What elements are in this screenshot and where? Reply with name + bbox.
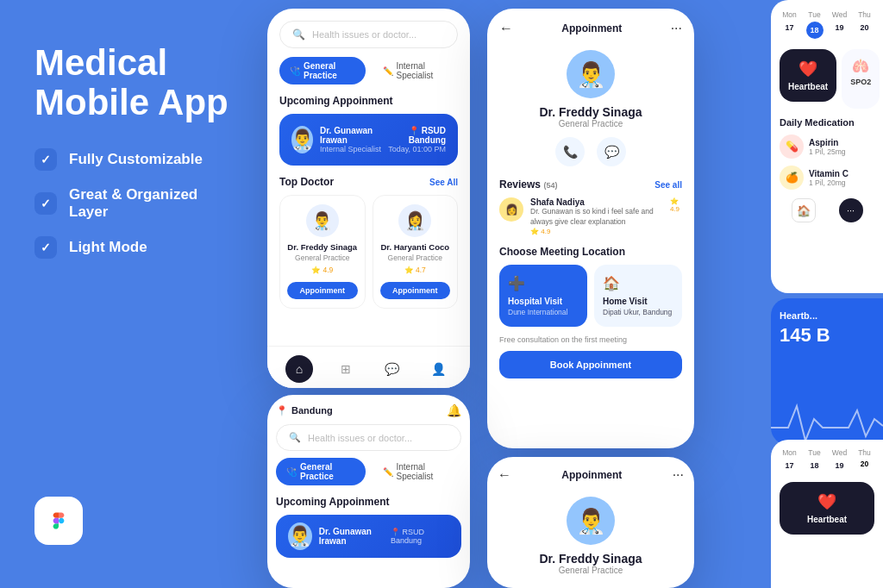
aspirin-icon: 💊 <box>780 134 804 159</box>
profile-avatar: 👨‍⚕️ <box>567 50 615 98</box>
phone2-header: ← Appoinment ··· <box>499 21 682 36</box>
free-consult-text: Free consultation on the first meeting <box>499 335 682 344</box>
see-all-reviews[interactable]: See all <box>654 180 682 190</box>
grid-nav-icon[interactable]: ⊞ <box>332 355 360 383</box>
phone-action-btn[interactable]: 📞 <box>555 137 585 166</box>
appointment-btn-2[interactable]: Appoinment <box>380 282 451 299</box>
med-dose-aspirin: 1 Pil, 25mg <box>809 147 846 156</box>
upcoming-section-title-2: Upcoming Appoinment <box>276 496 461 508</box>
location-display: 📍 Bandung <box>276 405 333 416</box>
hospital-icon: ➕ <box>508 275 579 291</box>
med-vitaminc: 🍊 Vitamin C 1 Pil, 20mg <box>780 166 874 190</box>
doctor-avatar-1: 👨‍⚕️ <box>306 204 339 237</box>
profile-doctor-name: Dr. Freddy Sinaga <box>499 105 682 119</box>
med-aspirin: 💊 Aspirin 1 Pil, 25mg <box>780 134 874 159</box>
more-options-icon[interactable]: ··· <box>671 21 682 36</box>
med-name-vitaminc: Vitamin C <box>809 169 849 178</box>
appointment-doctor: 👨‍⚕️ Dr. Gunawan Irawan Internal Special… <box>291 126 385 153</box>
message-action-btn[interactable]: 💬 <box>597 137 626 166</box>
search-bar[interactable]: 🔍 Health issues or doctor... <box>279 21 458 48</box>
appointment-btn-1[interactable]: Appoinment <box>287 282 358 299</box>
search-placeholder: Health issues or doctor... <box>312 29 416 40</box>
top-doctor-section: Top Doctor See All <box>279 176 458 188</box>
stethoscope-icon: 🩺 <box>290 66 300 76</box>
heartbeat-wave-svg <box>771 393 883 445</box>
cal-day-4b: Thu 20 <box>855 448 874 472</box>
appointment-doctor-name: Dr. Gunawan Irawan <box>320 126 385 145</box>
appointment-name-2: Dr. Gunawan Irawan <box>319 527 391 546</box>
more-options-icon-2[interactable]: ··· <box>673 467 684 483</box>
reviewer-rating-right: ⭐ 4.9 <box>670 197 682 235</box>
daily-medication-title: Daily Medication <box>780 117 874 128</box>
location-pin-icon: 📍 <box>276 405 288 416</box>
features-list: Fully Customizable Great & Organized Lay… <box>34 148 233 259</box>
phone-screen-2b: ← Appoinment ··· 👨‍⚕️ Dr. Freddy Sinaga … <box>487 457 694 588</box>
back-button-2[interactable]: ← <box>498 467 511 483</box>
pencil-icon: ✏️ <box>383 66 393 76</box>
see-all-link[interactable]: See All <box>429 178 458 187</box>
appointment-doctor-2: 👨‍⚕️ Dr. Gunawan Irawan <box>288 522 391 550</box>
heartbeat-graph-title: Heartb... <box>780 310 874 321</box>
back-button[interactable]: ← <box>499 21 513 36</box>
home-nav-icon[interactable]: ⌂ <box>285 355 313 383</box>
profile-specialty-2: General Practice <box>498 566 684 575</box>
home-visit-card[interactable]: 🏠 Home Visit Dipati Ukur, Bandung <box>594 265 682 327</box>
home-small-icon[interactable]: 🏠 <box>792 198 816 222</box>
search-icon: 🔍 <box>292 28 305 41</box>
doctor-name-2: Dr. Haryanti Coco <box>380 242 451 252</box>
hospital-visit-card[interactable]: ➕ Hospital Visit Dune International <box>499 265 587 327</box>
appointment-card[interactable]: 👨‍⚕️ Dr. Gunawan Irawan Internal Special… <box>279 114 458 166</box>
calendar-days: Mon 17 Tue 18 Wed 19 Thu 20 <box>780 10 874 39</box>
filter-tabs: 🩺 General Practice ✏️ Internal Specialis… <box>279 57 458 84</box>
reviewer-name-1: Shafa Nadiya <box>530 197 663 207</box>
profile-doctor-name-2: Dr. Freddy Sinaga <box>498 552 684 566</box>
review-item-1: 👩 Shafa Nadiya Dr. Gunawan is so kind i … <box>499 197 682 235</box>
doctor-profile-2: 👨‍⚕️ Dr. Freddy Sinaga General Practice <box>498 497 684 575</box>
heartbeat-label: Heartbeat <box>788 82 828 91</box>
calendar-days-2: Mon 17 Tue 18 Wed 19 Thu 20 <box>780 448 874 472</box>
tab-internal-specialist[interactable]: ✏️ Internal Specialist <box>373 57 459 84</box>
home-title: Home Visit <box>603 297 673 306</box>
app-title: Medical Mobile App <box>34 43 233 122</box>
right-bottom-calendar: Mon 17 Tue 18 Wed 19 Thu 20 ❤️ Heartbeat <box>771 440 883 588</box>
feature-customizable: Fully Customizable <box>34 148 233 171</box>
cal-day-2[interactable]: Tue 18 <box>805 10 824 39</box>
profile-nav-icon[interactable]: 👤 <box>424 355 452 383</box>
search-icon-2: 🔍 <box>289 432 301 443</box>
appointment-location: 📍 RSUD Bandung Today, 01:00 PM <box>385 126 446 153</box>
bottom-nav: ⌂ ⊞ 💬 👤 <box>267 346 470 388</box>
dots-icon[interactable]: ··· <box>839 198 863 222</box>
med-dose-vitaminc: 1 Pil, 20mg <box>809 178 849 187</box>
action-icons-row: 🏠 ··· <box>780 198 874 222</box>
doctor-card-2: 👩‍⚕️ Dr. Haryanti Coco General Practice … <box>373 195 459 309</box>
home-sub: Dipati Ukur, Bandung <box>603 308 673 316</box>
meeting-section: Choose Meeting Location ➕ Hospital Visit… <box>499 246 682 327</box>
hospital-sub: Dune International <box>508 308 579 316</box>
tab-internal-specialist-2[interactable]: ✏️ Internal Specialist <box>373 458 462 485</box>
cal-day-1b: Mon 17 <box>780 448 799 472</box>
search-bar-2[interactable]: 🔍 Health issues or doctor... <box>276 424 461 451</box>
doctor-spec-2: General Practice <box>380 253 451 262</box>
tab-general-practice-2[interactable]: 🩺 General Practice <box>276 458 366 485</box>
spo2-label: SPO2 <box>850 78 871 86</box>
page-title: Appoinment <box>561 22 622 34</box>
tab-general-practice[interactable]: 🩺 General Practice <box>279 57 366 84</box>
spo2-icon: 🫁 <box>850 58 871 74</box>
cal-day-2b[interactable]: Tue 18 <box>805 448 824 472</box>
phone-screen-2: ← Appoinment ··· 👨‍⚕️ Dr. Freddy Sinaga … <box>487 9 694 448</box>
appointment-location-2: 📍 RSUD Bandung <box>391 528 449 545</box>
doctor-profile: 👨‍⚕️ Dr. Freddy Sinaga General Practice … <box>499 50 682 166</box>
reviewer-avatar-1: 👩 <box>499 197 523 222</box>
chat-nav-icon[interactable]: 💬 <box>378 355 405 383</box>
heart-icon-2: ❤️ <box>788 492 866 511</box>
book-appointment-button[interactable]: Book Appoinment <box>499 351 682 378</box>
upcoming-section-title: Upcoming Appoinment <box>279 95 458 107</box>
meeting-grid: ➕ Hospital Visit Dune International 🏠 Ho… <box>499 265 682 327</box>
vitaminc-icon: 🍊 <box>780 166 804 190</box>
heartbeat-graph-card: Heartb... 145 B <box>771 298 883 445</box>
phone-screen-1: 🔍 Health issues or doctor... 🩺 General P… <box>267 9 470 388</box>
check-icon <box>34 148 57 171</box>
notification-icon[interactable]: 🔔 <box>447 403 461 417</box>
left-section: Medical Mobile App Fully Customizable Gr… <box>0 0 267 588</box>
appointment-card-2[interactable]: 👨‍⚕️ Dr. Gunawan Irawan 📍 RSUD Bandung <box>276 515 461 558</box>
